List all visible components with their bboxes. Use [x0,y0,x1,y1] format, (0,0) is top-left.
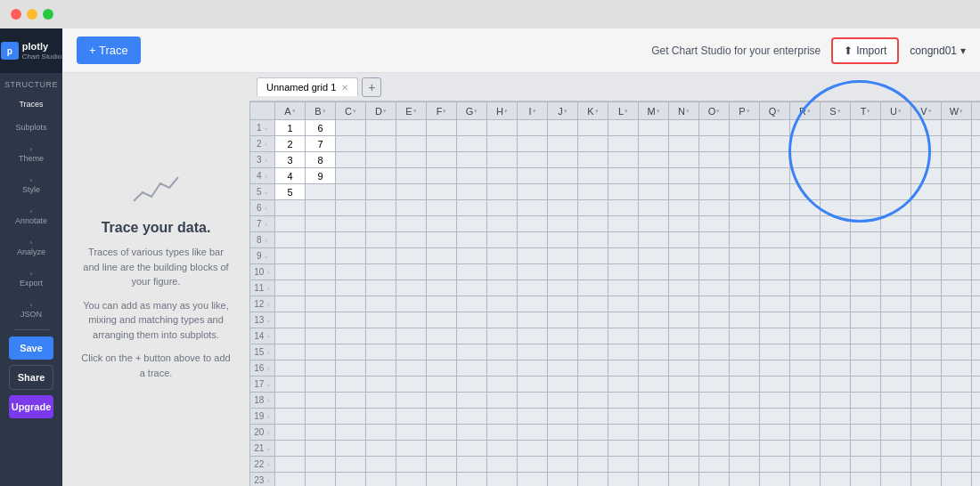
cell-P2[interactable] [730,136,760,152]
cell-J1[interactable] [548,120,578,136]
cell-L15[interactable] [608,344,639,360]
cell-B4[interactable]: 9 [306,168,336,184]
cell-Q17[interactable] [760,377,790,393]
cell-T10[interactable] [851,264,881,280]
cell-V6[interactable] [911,200,942,216]
cell-J20[interactable] [548,425,578,441]
cell-H1[interactable] [487,120,518,136]
cell-D11[interactable] [366,280,396,296]
cell-R21[interactable] [790,441,821,457]
cell-Q23[interactable] [760,473,790,487]
cell-I2[interactable] [518,136,548,152]
cell-E19[interactable] [396,409,427,425]
cell-P4[interactable] [730,168,760,184]
cell-B1[interactable]: 6 [306,120,336,136]
cell-T23[interactable] [851,473,881,487]
cell-O7[interactable] [699,216,730,232]
cell-E6[interactable] [396,200,427,216]
cell-J9[interactable] [548,248,578,264]
cell-B18[interactable] [306,393,336,409]
cell-P6[interactable] [730,200,760,216]
cell-I5[interactable] [518,184,548,200]
cell-V11[interactable] [911,280,942,296]
cell-I19[interactable] [518,409,548,425]
cell-N14[interactable] [669,328,699,344]
cell-X18[interactable] [972,393,981,409]
cell-V23[interactable] [911,473,942,487]
cell-A9[interactable] [275,248,306,264]
cell-G20[interactable] [457,425,487,441]
cell-R9[interactable] [790,248,821,264]
cell-D12[interactable] [366,296,396,312]
cell-K21[interactable] [578,441,608,457]
cell-U20[interactable] [881,425,911,441]
sidebar-item-analyze[interactable]: › Analyze [0,232,62,263]
sidebar-item-json[interactable]: › JSON [0,295,62,326]
cell-R4[interactable] [790,168,821,184]
cell-J4[interactable] [548,168,578,184]
cell-T8[interactable] [851,232,881,248]
cell-Q16[interactable] [760,360,790,377]
cell-A3[interactable]: 3 [275,152,306,168]
cell-I16[interactable] [518,360,548,377]
cell-X21[interactable] [972,441,981,457]
cell-U8[interactable] [881,232,911,248]
cell-X14[interactable] [972,328,981,344]
cell-U13[interactable] [881,312,911,328]
cell-G1[interactable] [457,120,487,136]
cell-H23[interactable] [487,473,518,487]
cell-V4[interactable] [911,168,942,184]
cell-S5[interactable] [821,184,851,200]
cell-O3[interactable] [699,152,730,168]
col-header-V[interactable]: V▾ [911,102,942,120]
cell-N2[interactable] [669,136,699,152]
cell-L18[interactable] [608,393,639,409]
cell-I17[interactable] [518,377,548,393]
cell-R14[interactable] [790,328,821,344]
cell-C1[interactable] [336,120,366,136]
cell-S4[interactable] [821,168,851,184]
cell-S17[interactable] [821,377,851,393]
cell-O4[interactable] [699,168,730,184]
cell-J7[interactable] [548,216,578,232]
cell-K11[interactable] [578,280,608,296]
cell-N7[interactable] [669,216,699,232]
cell-X9[interactable] [972,248,981,264]
cell-R1[interactable] [790,120,821,136]
cell-I8[interactable] [518,232,548,248]
cell-S2[interactable] [821,136,851,152]
cell-B23[interactable] [306,473,336,487]
cell-L11[interactable] [608,280,639,296]
cell-J19[interactable] [548,409,578,425]
cell-A13[interactable] [275,312,306,328]
cell-N5[interactable] [669,184,699,200]
cell-O1[interactable] [699,120,730,136]
cell-Q11[interactable] [760,280,790,296]
cell-D13[interactable] [366,312,396,328]
cell-X22[interactable] [972,457,981,473]
cell-P15[interactable] [730,344,760,360]
cell-T19[interactable] [851,409,881,425]
cell-J13[interactable] [548,312,578,328]
cell-C13[interactable] [336,312,366,328]
cell-I15[interactable] [518,344,548,360]
cell-T17[interactable] [851,377,881,393]
cell-Q3[interactable] [760,152,790,168]
cell-E20[interactable] [396,425,427,441]
cell-C15[interactable] [336,344,366,360]
cell-C14[interactable] [336,328,366,344]
cell-D5[interactable] [366,184,396,200]
cell-O13[interactable] [699,312,730,328]
col-header-N[interactable]: N▾ [669,102,699,120]
cell-N12[interactable] [669,296,699,312]
cell-C20[interactable] [336,425,366,441]
cell-P7[interactable] [730,216,760,232]
cell-R17[interactable] [790,377,821,393]
cell-N4[interactable] [669,168,699,184]
cell-B16[interactable] [306,360,336,377]
cell-E22[interactable] [396,457,427,473]
cell-G15[interactable] [457,344,487,360]
cell-X16[interactable] [972,360,981,377]
cell-M22[interactable] [639,457,669,473]
cell-P17[interactable] [730,377,760,393]
